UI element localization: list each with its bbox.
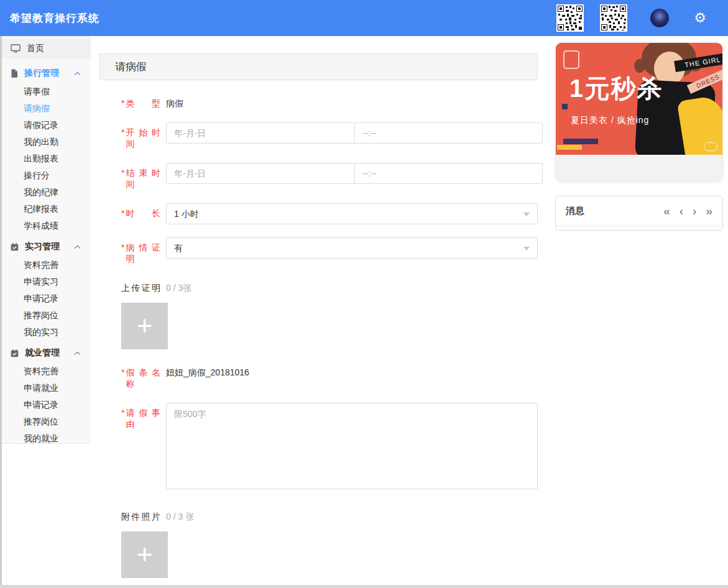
type-value: 病假 (166, 93, 183, 109)
app-header: 希望教育操行系统 (0, 0, 728, 36)
calendar-check-icon (11, 349, 19, 357)
sidebar-item-personal-leave[interactable]: 请事假 (0, 83, 91, 100)
note-name-value: 妞妞_病假_20181016 (166, 362, 249, 390)
sidebar-group-label: 实习管理 (25, 241, 60, 252)
form-row-upload-proof: 上传证明 0 / 3张 (121, 278, 538, 294)
monitor-icon (11, 44, 21, 53)
banner-decor (563, 139, 598, 144)
sidebar-item-discipline-report[interactable]: 纪律报表 (0, 201, 91, 218)
prev-page-icon[interactable]: ‹ (680, 205, 683, 217)
sidebar-item-attendance-report[interactable]: 出勤报表 (0, 150, 91, 167)
chevron-up-icon (74, 351, 81, 356)
required-mark: * (121, 168, 124, 190)
proof-select[interactable]: 有 (166, 237, 538, 259)
required-mark: * (121, 127, 124, 150)
sidebar-item-employment-jobs[interactable]: 推荐岗位 (0, 413, 91, 430)
sidebar-item-home[interactable]: 首页 (0, 39, 91, 58)
qr-code-icon (600, 4, 627, 32)
required-mark: * (121, 242, 124, 265)
chevron-down-icon (523, 247, 530, 250)
sidebar-item-apply-internship[interactable]: 申请实习 (0, 273, 91, 290)
banner-subline: 夏日美衣 / 疯抢ing (571, 115, 649, 126)
form-row-attachments: 附件照片 0 / 3 张 (121, 507, 538, 523)
form-row-proof: * 病情证明 有 (121, 237, 538, 265)
duration-value: 1 小时 (174, 209, 199, 219)
calendar-check-icon (11, 243, 19, 251)
upload-attachment-button[interactable]: + (121, 531, 168, 578)
ad-banner-image: 1元秒杀 夏日美衣 / 疯抢ing THE GIRL DRESS (556, 43, 722, 155)
sidebar-item-my-discipline[interactable]: 我的纪律 (0, 184, 91, 201)
next-page-icon[interactable]: › (693, 205, 696, 217)
plus-icon: + (137, 539, 153, 569)
plus-icon: + (137, 310, 153, 341)
form-row-end-time: * 结束时间 (121, 163, 538, 190)
end-time-label: 结束时间 (126, 168, 160, 190)
banner-decor (562, 104, 568, 109)
end-date-input[interactable] (166, 163, 355, 184)
sidebar-item-sick-leave[interactable]: 请病假 (0, 100, 91, 117)
sidebar-item-my-attendance[interactable]: 我的出勤 (0, 134, 91, 150)
sidebar-item-label: 首页 (27, 43, 44, 54)
note-name-label: 假条名称 (126, 367, 160, 390)
duration-select[interactable]: 1 小时 (166, 203, 538, 224)
vertical-scrollbar[interactable] (0, 36, 2, 588)
reason-textarea[interactable] (166, 403, 538, 489)
sidebar-group-employment[interactable]: 就业管理 (0, 343, 91, 363)
header-actions: ⚙ (556, 4, 728, 32)
reason-label: 请假事由 (126, 408, 160, 489)
sidebar-group-label: 操行管理 (24, 68, 59, 79)
required-mark: * (121, 408, 124, 489)
settings-gear-icon[interactable]: ⚙ (694, 11, 706, 25)
upload-proof-button[interactable]: + (121, 303, 168, 349)
sidebar-item-my-employment[interactable]: 我的就业 (0, 430, 91, 447)
model-illustration (634, 59, 645, 73)
horizontal-scrollbar[interactable] (0, 585, 728, 588)
attachments-count: 0 / 3 张 (166, 507, 194, 523)
chevron-down-icon (523, 213, 530, 216)
sidebar-group-internship[interactable]: 实习管理 (0, 237, 91, 257)
start-date-input[interactable] (166, 122, 355, 144)
form-row-reason: * 请假事由 (121, 403, 538, 489)
sidebar-item-leave-records[interactable]: 请假记录 (0, 117, 91, 134)
upload-proof-label: 上传证明 (121, 283, 160, 294)
proof-label: 病情证明 (126, 242, 160, 265)
sidebar-nav: 首页 操行管理 请事假 请病假 请假记录 我的出勤 出勤报表 操行分 我的纪律 … (0, 36, 91, 444)
message-title: 消息 (566, 205, 584, 217)
proof-value: 有 (174, 243, 183, 253)
qr-code-icon (556, 4, 584, 32)
sidebar-item-internship-records[interactable]: 申请记录 (0, 290, 91, 307)
sidebar-group-conduct[interactable]: 操行管理 (0, 63, 91, 83)
type-label: 类 型 (126, 98, 160, 109)
form-row-duration: * 时 长 1 小时 (121, 203, 538, 224)
form-row-start-time: * 开始时间 (121, 122, 538, 150)
required-mark: * (121, 367, 124, 390)
banner-headline: 1元秒杀 (569, 71, 663, 106)
attachments-label: 附件照片 (121, 512, 160, 523)
sidebar-group-label: 就业管理 (25, 347, 60, 359)
sidebar-item-my-internship[interactable]: 我的实习 (0, 324, 91, 341)
sidebar-item-conduct-score[interactable]: 操行分 (0, 167, 91, 184)
message-panel: 消息 « ‹ › » (555, 196, 723, 231)
first-page-icon[interactable]: « (663, 205, 670, 217)
end-time-input[interactable] (354, 163, 543, 184)
chevron-up-icon (74, 71, 81, 76)
banner-decor (557, 145, 582, 150)
sidebar-item-internship-profile[interactable]: 资料完善 (0, 257, 91, 273)
stamp-logo (563, 50, 579, 69)
chevron-up-icon (74, 245, 81, 249)
main-content: 请病假 * 类 型 病假 * 开始时间 * 结束时间 * 时 长 (99, 53, 538, 588)
start-time-input[interactable] (354, 122, 543, 144)
user-avatar[interactable] (650, 9, 669, 27)
form-row-note-name: * 假条名称 妞妞_病假_20181016 (121, 362, 538, 390)
sidebar-item-apply-employment[interactable]: 申请就业 (0, 380, 91, 397)
document-icon (11, 69, 18, 78)
sidebar-item-internship-jobs[interactable]: 推荐岗位 (0, 307, 91, 324)
sidebar-item-employment-records[interactable]: 申请记录 (0, 397, 91, 413)
last-page-icon[interactable]: » (706, 205, 712, 217)
ad-banner[interactable]: 1元秒杀 夏日美衣 / 疯抢ing THE GIRL DRESS (555, 42, 723, 181)
form-row-type: * 类 型 病假 (121, 93, 538, 109)
sidebar-item-subject-scores[interactable]: 学科成绩 (0, 218, 91, 234)
banner-decor (704, 142, 717, 151)
sidebar-item-employment-profile[interactable]: 资料完善 (0, 363, 91, 380)
page-title: 请病假 (99, 53, 538, 80)
